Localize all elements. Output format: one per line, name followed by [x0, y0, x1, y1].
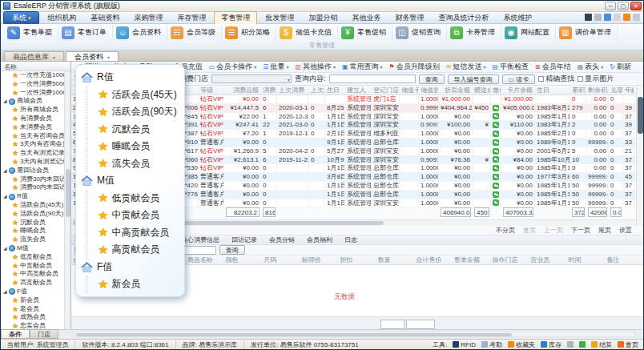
column-header-13[interactable]: 折后金额: [439, 86, 473, 95]
menu-item-10[interactable]: 查询及统计分析: [432, 12, 495, 24]
member-profile-button[interactable]: ☺会员资料: [113, 25, 167, 41]
popup-item-9[interactable]: ★中高贡献会员: [81, 224, 184, 242]
column-header-8[interactable]: 生日: [325, 86, 345, 95]
tree-item-18[interactable]: ★睡眠会员: [1, 227, 64, 235]
menu-item-2[interactable]: 基础资料: [84, 12, 126, 24]
menu-item-8[interactable]: 其他业务: [345, 12, 387, 24]
popup-item-7[interactable]: ★低贡献会员: [81, 190, 184, 207]
tree-item-17[interactable]: ★沉默会员: [1, 219, 64, 227]
points-policy-button[interactable]: ☰积分策略: [222, 25, 276, 41]
settle-tool[interactable]: 结算: [591, 340, 612, 349]
tree-item-27[interactable]: ★老会员: [1, 305, 64, 314]
detail-column-header-10[interactable]: 整单金额: [453, 255, 491, 264]
close-panel-button[interactable]: ➔关闭: [639, 62, 643, 72]
detail-column-header-14[interactable]: 备注: [605, 255, 643, 264]
read-card-button[interactable]: ▭ 读卡: [502, 74, 536, 84]
stock-search-tool[interactable]: 库存: [541, 340, 561, 349]
pager-设置[interactable]: 设置: [619, 226, 632, 235]
menu-item-11[interactable]: 系统维护: [497, 12, 538, 24]
pager-下一页[interactable]: 下一页: [571, 226, 590, 235]
menu-item-7[interactable]: 加盟分销: [302, 12, 344, 24]
detail-tab-6[interactable]: 会员福利: [301, 235, 338, 244]
other-ops-button[interactable]: ▥其他操作▾: [292, 62, 339, 72]
detail-query-button[interactable]: 查询: [219, 245, 245, 255]
detail-column-header-3[interactable]: 商品名称: [186, 255, 224, 264]
grid-tool-tool[interactable]: [567, 341, 574, 348]
tree-item-13[interactable]: ★消费90内未回访: [1, 183, 64, 192]
menu-item-4[interactable]: 库存管理: [171, 12, 212, 24]
tree-item-26[interactable]: ★新会员: [1, 296, 64, 305]
refresh-button[interactable]: ↻刷新: [606, 62, 634, 72]
tree-item-15[interactable]: ★活跃会员(45天): [1, 201, 64, 210]
tree-item-12[interactable]: ★消费30内未回访: [1, 175, 64, 184]
favorites-tool[interactable]: 收藏夹: [508, 340, 535, 349]
menu-item-3[interactable]: 采购管理: [127, 12, 169, 24]
menu-item-system[interactable]: 系统: [3, 11, 39, 25]
member-level-button[interactable]: ☷会员等级: [167, 25, 222, 41]
query-input[interactable]: [329, 74, 416, 83]
promotion-query-button[interactable]: ◫促销查询: [392, 25, 447, 41]
member-yearend-button[interactable]: ≣会员年结: [532, 62, 574, 72]
column-header-17[interactable]: 生日: [535, 86, 570, 95]
column-header-11[interactable]: 储值卡加密: [400, 86, 419, 95]
menu-item-1[interactable]: 组织机构: [41, 12, 83, 24]
column-header-19[interactable]: 剩余积分: [586, 86, 609, 95]
show-picture-checkbox[interactable]: 显示图片: [578, 74, 614, 84]
popup-item-11[interactable]: F值: [81, 259, 184, 276]
sidebar-tab-0[interactable]: 条件: [1, 329, 30, 339]
detail-tab-4[interactable]: 回访记录: [226, 235, 263, 244]
column-header-12[interactable]: 储值折扣: [419, 86, 439, 95]
maximize-button[interactable]: ▢: [618, 2, 629, 10]
rfid-tool[interactable]: RFID: [453, 341, 476, 348]
batch-button[interactable]: ☰批量▾: [260, 62, 292, 72]
tree-item-6[interactable]: ★未消费会员: [1, 123, 64, 132]
calendar-icon[interactable]: [604, 14, 611, 21]
column-header-20[interactable]: 兑现积分: [609, 86, 623, 95]
tree-item-14[interactable]: ◢R值: [1, 192, 64, 201]
tree-item-21[interactable]: ★低贡献会员: [1, 253, 64, 262]
tree-item-4[interactable]: ★所有商城会员: [1, 106, 64, 115]
doc-tab-1[interactable]: 会员资料▾: [66, 51, 119, 61]
tree-item-20[interactable]: ◢M值: [1, 244, 64, 253]
detail-horizontal-scrollbar[interactable]: [74, 332, 635, 337]
detail-column-header-5[interactable]: 尺码: [262, 255, 300, 264]
retail-receipt-button[interactable]: ✎零售单据: [4, 25, 58, 41]
popup-item-3[interactable]: ★沉默会员: [81, 121, 184, 139]
tree-item-22[interactable]: ★中贡献会员: [1, 262, 64, 271]
tree-item-23[interactable]: ★中高贡献会员: [1, 270, 64, 279]
member-upgrade-button[interactable]: ⚑会员升降级别: [386, 62, 443, 72]
common-query-button[interactable]: ▣常用查询▾: [339, 62, 386, 72]
detail-tab-7[interactable]: 日志: [339, 235, 363, 244]
detail-column-header-7[interactable]: 折扣: [338, 255, 376, 264]
column-header-6[interactable]: 上次消费: [277, 86, 309, 95]
detail-column-header-8[interactable]: 数量: [376, 255, 415, 264]
table-header-button[interactable]: ▦表头▾: [574, 62, 607, 72]
column-header-5[interactable]: 消费次数: [261, 86, 277, 95]
column-header-16[interactable]: 卡片余额: [501, 86, 535, 95]
exact-search-checkbox[interactable]: 精确查找: [538, 74, 574, 84]
retail-order-button[interactable]: ▤零售订单: [58, 25, 113, 41]
green-tool-tool[interactable]: [579, 341, 586, 348]
website-config-button[interactable]: ◉网站配置: [501, 25, 556, 41]
tree-item-0[interactable]: ★一次性充值10000以上: [1, 71, 64, 80]
column-header-15[interactable]: 微信: [491, 86, 501, 95]
menu-item-5[interactable]: 零售管理: [214, 11, 257, 25]
popup-item-12[interactable]: ★新会员: [81, 276, 184, 293]
popup-item-5[interactable]: ★流失会员: [81, 155, 184, 173]
column-header-3[interactable]: 等级: [199, 86, 224, 95]
sms-send-button[interactable]: ✉短信发送▾: [443, 62, 489, 72]
column-header-18[interactable]: 累积积分: [570, 86, 586, 95]
alert-icon[interactable]: [594, 14, 602, 21]
tree-item-19[interactable]: ★流失会员: [1, 235, 64, 244]
member-card-button[interactable]: ▭会员卡操作▾: [206, 62, 260, 72]
detail-tab-5[interactable]: 会员分销: [264, 235, 300, 244]
detail-column-header-9[interactable]: 合计售价: [414, 255, 453, 264]
column-header-14[interactable]: 赠送余额: [473, 86, 491, 95]
minimize-button[interactable]: ─: [605, 2, 616, 10]
detail-column-header-13[interactable]: 时间: [567, 255, 606, 264]
detail-column-header-11[interactable]: 操作门店: [491, 255, 529, 264]
close-button[interactable]: ✕: [630, 2, 642, 10]
balance-check-button[interactable]: ▤平衡检查: [489, 62, 532, 72]
tree-item-2[interactable]: ★一次性消费10000以上: [1, 89, 64, 98]
doc-tab-0[interactable]: 商品信息库▾: [4, 51, 64, 61]
